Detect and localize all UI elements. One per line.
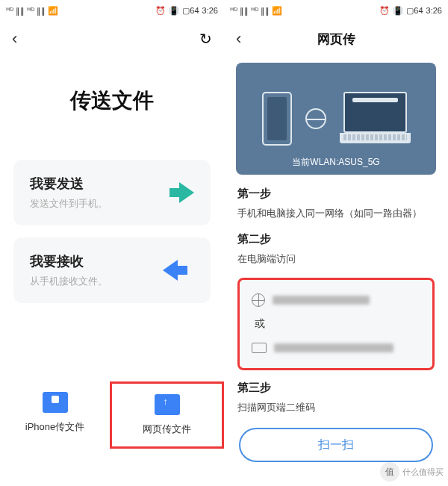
steps: 第一步 手机和电脑接入同一网络（如同一路由器） 第二步 在电脑端访问 或 第三步… <box>224 175 448 414</box>
wlan-caption: 当前WLAN:ASUS_5G <box>236 156 436 169</box>
clock: 3:26 <box>426 6 442 15</box>
topbar-right: ‹ 网页传 <box>224 21 448 57</box>
phone-icon <box>262 92 292 146</box>
laptop-upload-icon <box>155 394 180 415</box>
page-title: 网页传 <box>317 31 355 48</box>
screen-transfer-files: ᴴᴰ ‖‖ ᴴᴰ ‖‖ 📶 ⏰ 📳 ▢64 3:26 ‹ ↻ 传送文件 我要发送… <box>0 0 224 486</box>
step3-title: 第三步 <box>237 381 435 395</box>
iphone-transfer-button[interactable]: iPhone传文件 <box>0 381 110 449</box>
step1-text: 手机和电脑接入同一网络（如同一路由器） <box>237 207 435 220</box>
status-bar: ᴴᴰ ‖‖ ᴴᴰ ‖‖ 📶 ⏰ 📳 ▢64 3:26 <box>0 0 224 21</box>
signal-icon: ᴴᴰ ‖‖ ᴴᴰ ‖‖ 📶 <box>6 6 58 16</box>
scan-button[interactable]: 扫一扫 <box>239 428 433 462</box>
status-bar-right: ᴴᴰ ‖‖ ᴴᴰ ‖‖ 📶 ⏰ 📳 ▢64 3:26 <box>224 0 448 21</box>
back-button[interactable]: ‹ <box>12 29 17 49</box>
globe-icon <box>305 108 326 129</box>
url-blurred <box>273 296 370 305</box>
history-icon[interactable]: ↻ <box>199 30 212 48</box>
send-title: 我要发送 <box>30 175 108 193</box>
step1-title: 第一步 <box>237 187 435 201</box>
watermark: 值 什么值得买 <box>380 462 444 482</box>
scan-label: 扫一扫 <box>318 437 354 453</box>
step3-text: 扫描网页端二维码 <box>237 401 435 414</box>
battery-icon: ▢64 <box>406 6 423 16</box>
step2-text: 在电脑端访问 <box>237 252 435 266</box>
back-button[interactable]: ‹ <box>236 29 241 49</box>
screen-web-transfer: ᴴᴰ ‖‖ ᴴᴰ ‖‖ 📶 ⏰ 📳 ▢64 3:26 ‹ 网页传 当前WLAN:… <box>224 0 448 486</box>
send-card[interactable]: 我要发送 发送文件到手机。 <box>13 160 211 225</box>
signal-icon: ᴴᴰ ‖‖ ᴴᴰ ‖‖ 📶 <box>230 6 282 16</box>
arrow-left-icon <box>163 259 194 281</box>
url-blurred <box>274 343 393 352</box>
web-transfer-button[interactable]: 网页传文件 <box>110 381 224 449</box>
topbar-left: ‹ ↻ <box>0 21 224 57</box>
url-option-1[interactable] <box>252 290 420 310</box>
web-label: 网页传文件 <box>143 423 191 436</box>
page-title: 传送文件 <box>0 87 224 115</box>
clock: 3:26 <box>202 6 218 15</box>
laptop-icon <box>340 92 411 146</box>
vibrate-icon: 📳 <box>393 6 403 16</box>
watermark-badge: 值 <box>380 462 399 482</box>
send-sub: 发送文件到手机。 <box>30 197 108 211</box>
arrow-right-icon <box>163 181 194 204</box>
iphone-icon <box>43 392 68 413</box>
alarm-icon: ⏰ <box>155 6 166 16</box>
receive-sub: 从手机接收文件。 <box>30 275 108 288</box>
keyboard-icon <box>252 343 267 353</box>
receive-card[interactable]: 我要接收 从手机接收文件。 <box>13 237 211 303</box>
bottom-row: iPhone传文件 网页传文件 <box>0 381 224 449</box>
iphone-label: iPhone传文件 <box>25 420 84 434</box>
url-option-2[interactable] <box>252 338 420 358</box>
globe-line-icon <box>252 293 265 307</box>
url-box[interactable]: 或 <box>237 278 435 370</box>
receive-title: 我要接收 <box>30 252 108 270</box>
alarm-icon: ⏰ <box>379 6 390 16</box>
url-or: 或 <box>255 317 420 331</box>
battery-icon: ▢64 <box>182 6 199 16</box>
hero-illustration: 当前WLAN:ASUS_5G <box>236 63 436 175</box>
step2-title: 第二步 <box>237 232 435 246</box>
watermark-text: 什么值得买 <box>402 467 444 478</box>
vibrate-icon: 📳 <box>169 6 179 16</box>
